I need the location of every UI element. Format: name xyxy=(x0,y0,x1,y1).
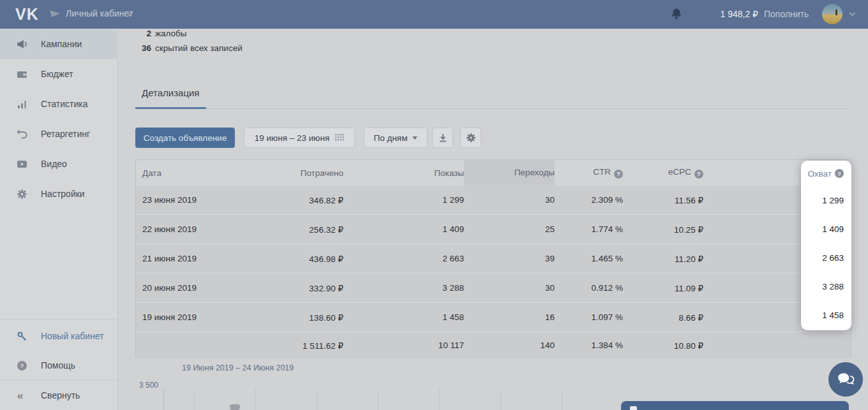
bell-icon[interactable] xyxy=(670,8,683,21)
col-header-ctr[interactable]: CTR? xyxy=(555,167,623,179)
topup-button[interactable]: Пополнить xyxy=(764,9,809,19)
hidden-line: 36скрытий всех записей xyxy=(136,41,243,55)
chevron-down-icon xyxy=(412,136,417,140)
help-icon[interactable]: ? xyxy=(835,169,844,178)
total-clicks: 140 xyxy=(464,340,555,350)
hidden-label: скрытий всех записей xyxy=(155,43,243,53)
cell-clicks: 30 xyxy=(464,283,555,293)
account-menu[interactable]: Личный кабинет xyxy=(66,8,133,18)
undo-arrow-icon xyxy=(17,129,27,140)
col-header-date[interactable]: Дата xyxy=(136,168,244,178)
col-header-spent[interactable]: Потрачено xyxy=(244,168,343,178)
sidebar-item-statistics[interactable]: Статистика xyxy=(0,89,118,119)
cell-ecpc: 11.20 ₽ xyxy=(623,254,703,264)
sidebar-item-label: Настройки xyxy=(41,179,85,209)
cell-spent: 138.60 ₽ xyxy=(244,312,343,323)
table-header-row: Дата Потрачено Показы Переходы CTR? eCPC… xyxy=(136,160,851,186)
cell-clicks: 30 xyxy=(464,195,555,205)
col-header-clicks[interactable]: Переходы xyxy=(464,160,555,186)
chart-gridline xyxy=(163,389,164,410)
sidebar-item-new-cabinet[interactable]: Новый кабинет xyxy=(0,321,118,351)
sidebar-item-label: Кампании xyxy=(41,29,82,59)
table-row[interactable]: 23 июня 2019 346.82 ₽ 1 299 30 2.309 % 1… xyxy=(136,186,851,215)
megaphone-flag-icon xyxy=(49,8,61,20)
table-row[interactable]: 20 июня 2019 332.90 ₽ 3 288 30 0.912 % 1… xyxy=(136,274,851,303)
sidebar-item-campaigns[interactable]: Кампании xyxy=(0,29,118,59)
support-chat-button[interactable] xyxy=(828,362,863,397)
total-spent: 1 511.62 ₽ xyxy=(244,340,343,351)
collapse-icon: « xyxy=(17,381,23,410)
group-by-label: По дням xyxy=(374,133,408,143)
stats-summary: 2жалобы 36скрытий всех записей xyxy=(136,26,243,55)
col-header-impressions[interactable]: Показы xyxy=(343,168,464,178)
total-ctr: 1.384 % xyxy=(555,340,623,350)
group-by-dropdown[interactable]: По дням xyxy=(364,128,428,148)
col-header-reach[interactable]: Охват? xyxy=(801,161,851,186)
table-totals-row: 1 511.62 ₽ 10 117 140 1.384 % 10.80 ₽ xyxy=(136,332,851,358)
table-settings-button[interactable] xyxy=(460,128,481,148)
chevron-down-icon[interactable] xyxy=(849,10,856,17)
cell-date: 21 июня 2019 xyxy=(136,254,244,263)
checkbox-icon[interactable] xyxy=(630,406,637,410)
cell-reach: 1 409 xyxy=(801,215,851,244)
cell-date: 23 июня 2019 xyxy=(136,195,244,205)
cell-impressions: 1 409 xyxy=(343,224,464,234)
table-row[interactable]: 19 июня 2019 138.60 ₽ 1 458 16 1.097 % 8… xyxy=(136,303,851,332)
cell-ctr: 2.309 % xyxy=(555,195,623,205)
sidebar-item-settings[interactable]: Настройки xyxy=(0,179,118,209)
video-icon xyxy=(17,159,27,170)
total-ecpc: 10.80 ₽ xyxy=(623,340,703,351)
cell-ctr: 1.774 % xyxy=(555,224,623,234)
cell-clicks: 16 xyxy=(464,312,555,322)
avatar[interactable] xyxy=(822,4,842,24)
sidebar-item-video[interactable]: Видео xyxy=(0,149,118,179)
cell-impressions: 1 299 xyxy=(343,195,464,205)
cell-spent: 256.32 ₽ xyxy=(244,224,343,235)
sidebar-item-retargeting[interactable]: Ретаргетинг xyxy=(0,119,118,149)
sidebar-item-help[interactable]: ? Помощь xyxy=(0,351,118,381)
create-ad-button[interactable]: Создать объявление xyxy=(135,128,235,148)
sidebar-item-label: Бюджет xyxy=(41,59,73,89)
table-row[interactable]: 22 июня 2019 256.32 ₽ 1 409 25 1.774 % 1… xyxy=(136,215,851,244)
cell-spent: 346.82 ₽ xyxy=(244,195,343,205)
cell-reach: 3 288 xyxy=(801,272,851,301)
gear-icon xyxy=(17,189,27,200)
sidebar-item-label: Новый кабинет xyxy=(41,321,104,351)
col-header-ecpc[interactable]: eCPC? xyxy=(623,167,703,179)
sidebar-item-label: Видео xyxy=(41,149,67,179)
chart-gridline xyxy=(317,389,317,410)
cell-impressions: 2 663 xyxy=(343,254,464,263)
help-icon[interactable]: ? xyxy=(614,170,623,179)
key-icon xyxy=(17,331,27,342)
cell-ecpc: 11.56 ₽ xyxy=(623,195,703,205)
cell-reach: 1 458 xyxy=(801,301,851,330)
sidebar-item-collapse[interactable]: « Свернуть xyxy=(0,381,118,410)
sidebar-item-budget[interactable]: Бюджет xyxy=(0,59,118,89)
cell-ctr: 0.912 % xyxy=(555,283,623,293)
total-impressions: 10 117 xyxy=(343,340,464,350)
chart-gridline xyxy=(378,389,378,410)
vk-logo[interactable]: VK xyxy=(15,5,39,24)
megaphone-icon xyxy=(17,39,27,50)
chart-gridline xyxy=(255,389,256,410)
sidebar-item-label: Свернуть xyxy=(41,381,80,410)
table-row[interactable]: 21 июня 2019 436.98 ₽ 2 663 39 1.465 % 1… xyxy=(136,244,851,274)
help-icon[interactable]: ? xyxy=(694,170,703,179)
cell-ecpc: 11.09 ₽ xyxy=(623,283,703,293)
onboarding-tooltip[interactable] xyxy=(621,401,849,410)
sidebar-item-label: Статистика xyxy=(41,89,88,119)
chart-gridline xyxy=(439,389,440,410)
date-range-button[interactable]: 19 июня – 23 июня xyxy=(244,128,355,148)
chart-marker xyxy=(230,404,240,410)
export-button[interactable] xyxy=(432,128,453,148)
cell-impressions: 1 458 xyxy=(343,312,464,322)
cell-ctr: 1.465 % xyxy=(555,254,623,263)
tab-detail[interactable]: Детализация xyxy=(142,87,200,98)
cell-spent: 436.98 ₽ xyxy=(244,254,343,264)
cell-reach: 1 299 xyxy=(801,186,851,215)
cell-spent: 332.90 ₽ xyxy=(244,283,343,293)
chart-gridline xyxy=(500,389,501,410)
wallet-icon xyxy=(17,69,27,80)
cell-ctr: 1.097 % xyxy=(555,312,623,322)
avatar-figure xyxy=(835,10,837,15)
